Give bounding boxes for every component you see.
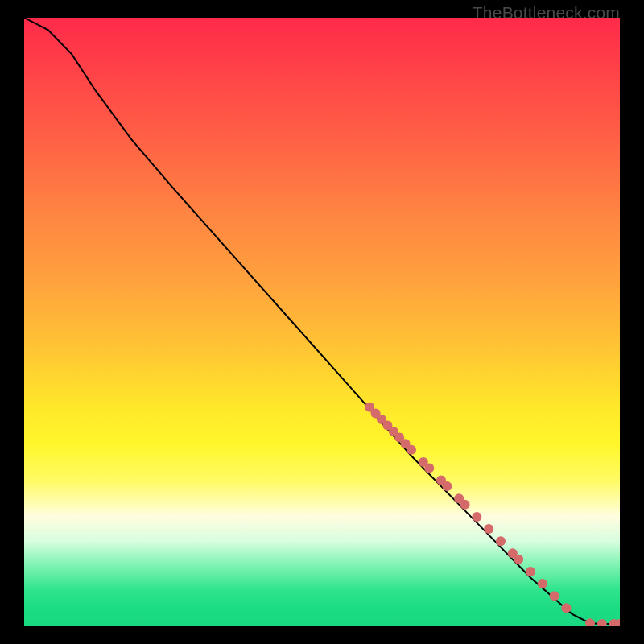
data-point: [407, 445, 416, 455]
data-point: [526, 567, 535, 576]
curve-line: [24, 18, 620, 624]
data-point: [442, 481, 452, 491]
data-point: [585, 618, 595, 626]
data-point: [561, 603, 571, 613]
chart-svg: [24, 18, 620, 626]
data-point: [550, 591, 559, 601]
data-point: [538, 579, 547, 588]
plot-area: [24, 18, 620, 626]
data-point: [472, 512, 481, 522]
scatter-points: [365, 402, 620, 626]
data-point: [496, 536, 506, 546]
data-point: [514, 555, 523, 564]
data-point: [597, 619, 607, 626]
chart-frame: TheBottleneck.com: [0, 0, 644, 644]
data-point: [484, 524, 493, 534]
data-point: [424, 463, 434, 473]
data-point: [460, 500, 470, 510]
